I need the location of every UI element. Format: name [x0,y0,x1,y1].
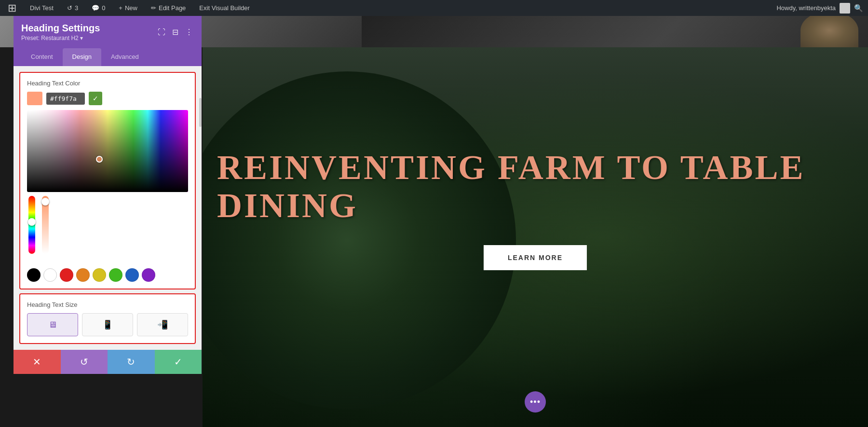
new-button[interactable]: + New [116,0,140,16]
gradient-picker[interactable] [27,110,188,192]
site-name[interactable]: Divi Test [27,0,56,16]
swatch-orange[interactable] [76,268,90,282]
mobile-icon: 📲 [157,319,168,330]
picker-handle[interactable] [96,156,103,163]
hero-section: REINVENTING FARM TO TABLE DINING LEARN M… [203,47,868,427]
undo-icon: ↺ [80,356,88,368]
settings-panel: Heading Settings Preset: Restaurant H2 ▾… [14,16,202,374]
tab-content[interactable]: Content [21,48,63,66]
floating-dots-button[interactable]: ••• [525,391,546,413]
color-picker-section: Heading Text Color ✓ [19,72,196,289]
more-options-icon[interactable]: ⋮ [184,27,194,38]
color-input-row: ✓ [27,92,188,105]
learn-more-button[interactable]: LEARN MORE [484,245,587,270]
chevron-down-icon: ▾ [80,35,83,41]
tab-advanced[interactable]: Advanced [101,48,149,66]
swatch-green[interactable] [109,268,122,282]
edit-page-button[interactable]: ✏ Edit Page [148,0,189,16]
hue-slider[interactable] [28,196,35,254]
search-icon[interactable]: 🔍 [854,4,863,13]
gradient-dark-overlay [27,110,188,192]
size-device-desktop[interactable]: 🖥 [27,313,78,336]
hue-slider-container [27,196,37,263]
swatch-purple[interactable] [142,268,155,282]
panel-tabs: Content Design Advanced [14,48,202,66]
artichoke-background [203,71,516,409]
swatches-row [27,268,188,282]
swatch-black[interactable] [27,268,41,282]
alpha-handle[interactable] [41,198,49,206]
panel-header: Heading Settings Preset: Restaurant H2 ▾… [14,16,202,48]
undo-button[interactable]: ↺ [61,350,108,374]
panel-scrollbar[interactable] [199,98,202,127]
redo-button[interactable]: ↻ [108,350,155,374]
exit-builder-button[interactable]: Exit Visual Builder [196,0,253,16]
color-swatch-preview[interactable] [27,92,42,105]
panel-body: Heading Text Color ✓ [14,66,202,350]
swatch-blue[interactable] [125,268,139,282]
swatch-white[interactable] [43,268,57,282]
size-devices: 🖥 📱 📲 [27,313,188,336]
alpha-slider[interactable] [42,196,49,254]
save-button[interactable]: ✓ [155,350,202,374]
color-hex-input[interactable] [46,93,85,105]
panel-header-icons: ⛶ ⊟ ⋮ [157,27,194,38]
admin-bar: ⊞ Divi Test ↺ 3 💬 0 + New ✏ Edit Page Ex… [0,0,868,16]
panel-footer: ✕ ↺ ↻ ✓ [14,350,202,374]
desktop-icon: 🖥 [48,320,57,330]
fullscreen-icon[interactable]: ⛶ [157,27,166,38]
hero-heading: REINVENTING FARM TO TABLE DINING [217,149,854,225]
color-section-label: Heading Text Color [27,80,188,87]
size-section: Heading Text Size 🖥 📱 📲 [19,293,196,344]
alpha-slider-container [41,196,50,263]
hue-handle[interactable] [28,218,36,226]
revisions-item[interactable]: ↺ 3 [64,0,81,16]
swatch-yellow[interactable] [93,268,106,282]
panel-preset[interactable]: Preset: Restaurant H2 ▾ [21,35,100,41]
redo-icon: ↻ [127,356,135,368]
size-device-tablet[interactable]: 📱 [82,313,133,336]
columns-icon[interactable]: ⊟ [171,27,179,38]
panel-title: Heading Settings [21,23,100,34]
swatch-red[interactable] [60,268,73,282]
save-icon: ✓ [174,356,182,368]
dots-icon: ••• [530,397,541,407]
size-device-mobile[interactable]: 📲 [137,313,188,336]
main-content: REINVENTING FARM TO TABLE DINING LEARN M… [0,16,868,427]
tab-design[interactable]: Design [63,48,101,66]
top-image-right [362,16,868,47]
cancel-icon: ✕ [33,356,41,368]
cancel-button[interactable]: ✕ [14,350,61,374]
admin-bar-right: Howdy, writtenbyekta 🔍 [776,3,863,14]
color-confirm-button[interactable]: ✓ [89,92,102,105]
sliders-area [27,196,188,263]
panel-title-area: Heading Settings Preset: Restaurant H2 ▾ [21,23,100,41]
tablet-icon: 📱 [102,319,113,330]
wp-logo[interactable]: ⊞ [5,0,19,16]
size-section-label: Heading Text Size [27,301,188,308]
user-avatar[interactable] [840,3,850,14]
comments-item[interactable]: 💬 0 [89,0,108,16]
